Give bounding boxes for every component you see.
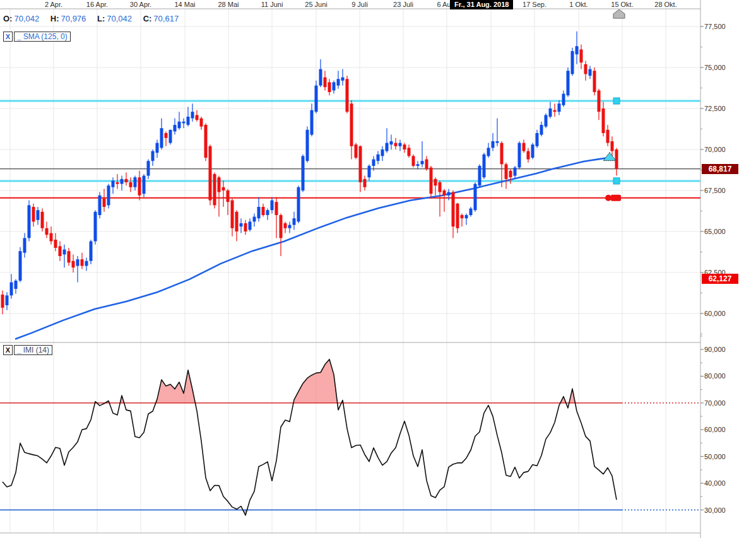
- date-axis-label: 25 Juni: [305, 0, 327, 9]
- candle-body: [545, 115, 548, 126]
- price-axis-label: 77,500: [704, 23, 726, 30]
- candle-body: [505, 164, 508, 178]
- candle-body: [377, 155, 380, 161]
- candle-body: [381, 149, 384, 156]
- candle-body: [363, 179, 367, 187]
- candle-body: [284, 223, 287, 228]
- candle-body: [204, 125, 208, 158]
- candle-body: [465, 215, 468, 218]
- candle-body: [350, 103, 353, 146]
- candle-body: [266, 210, 269, 215]
- candle-body: [28, 205, 31, 238]
- imi-overbought-fill: [3, 360, 617, 515]
- candle-body: [306, 130, 309, 161]
- candle-body: [355, 144, 358, 158]
- candle-body: [310, 110, 314, 135]
- candle-body: [103, 199, 106, 207]
- candle-body: [487, 148, 490, 156]
- high-label: H:: [50, 14, 59, 23]
- alert-handle-icon: [611, 195, 621, 201]
- last-price-badge: 68,817: [702, 164, 738, 174]
- chart-markers[interactable]: [603, 9, 625, 201]
- candle-body: [107, 185, 110, 205]
- imi-close-icon[interactable]: X: [3, 345, 13, 355]
- candle-body: [514, 168, 517, 176]
- candle-body: [439, 182, 442, 192]
- candle-body: [23, 238, 27, 252]
- candle-body: [191, 112, 194, 118]
- price-axis-label: 72,500: [704, 105, 726, 112]
- sma-minimize-icon[interactable]: _: [17, 32, 21, 41]
- candle-body: [483, 155, 486, 177]
- alert-handle-icon: [605, 195, 611, 201]
- candle-body: [165, 133, 168, 138]
- sma-label-box[interactable]: _ SMA (125, 0): [14, 32, 71, 42]
- candle-body: [147, 161, 150, 175]
- candle-body: [222, 187, 225, 190]
- price-axis-label: 75,000: [704, 64, 726, 71]
- trading-chart-window: 2 Apr.16 Apr.30 Apr.14 Mai28 Mai11 Juni2…: [0, 0, 756, 538]
- candle-body: [302, 156, 305, 190]
- candle-body: [518, 143, 521, 168]
- alert-price-badge: 62,127: [702, 274, 738, 284]
- date-axis-label: 17 Sep.: [523, 0, 546, 9]
- imi-label: IMI (14): [23, 346, 49, 354]
- candle-body: [134, 177, 137, 187]
- oscillator-axis-label: 90,000: [704, 346, 726, 353]
- candle-body: [416, 164, 420, 166]
- candle-body: [227, 190, 230, 202]
- candle-body: [509, 171, 512, 177]
- candle-body: [116, 182, 119, 184]
- candle-body: [1, 295, 4, 308]
- candle-body: [461, 215, 464, 218]
- close-label: C:: [143, 14, 152, 23]
- candle-body: [253, 217, 256, 222]
- candle-body: [169, 130, 172, 143]
- triangle-marker: [603, 153, 616, 161]
- candle-body: [319, 69, 322, 86]
- date-axis-label: 2 Apr.: [45, 0, 62, 9]
- sma-close-icon[interactable]: X: [3, 32, 13, 42]
- candle-body: [425, 160, 428, 170]
- imi-threshold-lines: [0, 403, 700, 510]
- candle-body: [562, 94, 565, 105]
- candle-body: [470, 209, 473, 215]
- sma-line[interactable]: [16, 158, 610, 339]
- candle-body: [297, 187, 300, 222]
- candle-body: [346, 79, 349, 112]
- candle-body: [288, 225, 292, 228]
- high-value: 70,976: [61, 14, 86, 23]
- chart-canvas[interactable]: [0, 0, 756, 538]
- cyan-square-marker: [613, 98, 620, 104]
- candle-body: [178, 122, 181, 128]
- candle-body: [231, 201, 234, 228]
- candle-body: [50, 233, 53, 242]
- candle-body: [571, 51, 574, 74]
- imi-label-box[interactable]: _ IMI (14): [14, 345, 52, 355]
- candle-body: [174, 125, 177, 131]
- price-axis-label: 65,000: [704, 228, 726, 235]
- axis-ticks: [700, 26, 704, 510]
- candle-body: [611, 141, 614, 151]
- date-axis-label: 11 Juni: [261, 0, 283, 9]
- candle-body: [37, 210, 40, 220]
- candle-body: [394, 143, 398, 146]
- close-value: 70,617: [153, 14, 179, 23]
- candle-body: [474, 184, 477, 211]
- candle-body: [98, 196, 102, 215]
- candle-body: [372, 160, 375, 166]
- candle-body: [32, 207, 35, 221]
- candle-body: [447, 192, 451, 196]
- candle-body: [576, 46, 579, 54]
- candle-body: [10, 283, 13, 296]
- candle-body: [531, 144, 535, 158]
- imi-minimize-icon[interactable]: _: [17, 346, 21, 354]
- candle-body: [527, 151, 530, 160]
- candle-body: [235, 212, 239, 231]
- candle-body: [324, 78, 327, 88]
- candle-body: [129, 182, 133, 187]
- candles-group[interactable]: [1, 32, 618, 314]
- candle-body: [156, 143, 159, 153]
- candle-body: [59, 246, 62, 256]
- date-axis-label: 30 Apr.: [130, 0, 151, 9]
